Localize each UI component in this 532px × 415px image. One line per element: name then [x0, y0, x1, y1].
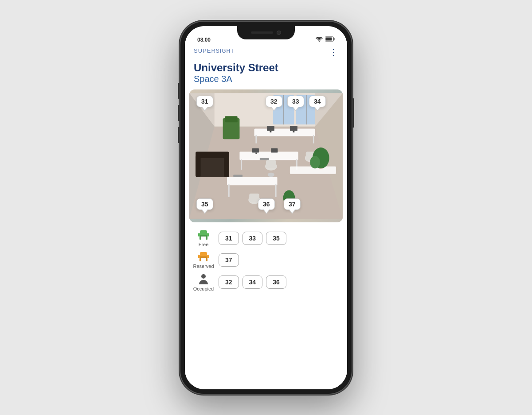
app-logo: SUPERSIGHT	[194, 47, 234, 54]
seats-row-free: 31 33 35	[219, 232, 286, 245]
svg-rect-26	[228, 184, 230, 197]
svg-rect-14	[225, 116, 237, 122]
legend-label-reserved: Reserved	[193, 264, 214, 269]
svg-rect-52	[200, 237, 201, 240]
svg-rect-54	[198, 233, 200, 237]
wifi-icon	[316, 36, 323, 43]
status-time: 08.00	[197, 37, 211, 43]
svg-rect-34	[255, 152, 257, 154]
svg-rect-59	[206, 258, 207, 261]
desk-label-34[interactable]: 34	[309, 96, 326, 107]
legend-icon-occupied: Occupied	[194, 273, 213, 292]
svg-rect-57	[199, 256, 208, 258]
seat-34-occupied[interactable]: 34	[243, 275, 263, 289]
seat-32-occupied[interactable]: 32	[219, 275, 239, 289]
svg-rect-36	[260, 158, 269, 160]
svg-rect-58	[200, 258, 201, 261]
svg-rect-18	[224, 156, 229, 177]
seat-37-reserved[interactable]: 37	[219, 253, 239, 267]
legend-seats: Free 31 33 35	[185, 222, 347, 389]
svg-rect-30	[270, 131, 272, 132]
chair-free-icon	[197, 229, 210, 241]
desk-label-32[interactable]: 32	[266, 96, 282, 107]
legend-label-free: Free	[199, 242, 209, 248]
svg-rect-2	[334, 38, 335, 40]
svg-rect-55	[207, 233, 209, 237]
svg-point-40	[268, 172, 274, 176]
battery-icon	[325, 36, 335, 43]
chair-reserved-icon	[197, 251, 210, 263]
notch	[237, 26, 295, 39]
seat-36-occupied[interactable]: 36	[266, 275, 286, 289]
svg-rect-29	[267, 125, 274, 130]
svg-rect-37	[233, 175, 243, 177]
svg-rect-15	[196, 156, 229, 177]
desk-label-33[interactable]: 33	[287, 96, 304, 107]
seat-33-free[interactable]: 33	[243, 232, 263, 245]
legend-row-free: Free 31 33 35	[194, 229, 338, 248]
svg-rect-16	[196, 151, 229, 158]
svg-rect-32	[293, 131, 295, 132]
desk-label-36[interactable]: 36	[258, 198, 275, 210]
svg-rect-33	[252, 148, 259, 152]
legend-label-occupied: Occupied	[193, 286, 214, 292]
more-menu-button[interactable]: ⋮	[329, 48, 338, 56]
svg-rect-60	[198, 255, 200, 258]
svg-rect-27	[275, 184, 277, 197]
legend-icon-reserved: Reserved	[194, 251, 213, 269]
title-section: University Street Space 3A	[185, 60, 347, 89]
svg-rect-39	[266, 160, 276, 168]
location-subtitle: Space 3A	[194, 74, 338, 84]
svg-rect-51	[199, 235, 208, 237]
svg-rect-17	[196, 156, 200, 177]
seat-31-free[interactable]: 31	[219, 232, 239, 245]
status-icons	[316, 36, 335, 43]
svg-rect-35	[271, 148, 278, 152]
app-header: SUPERSIGHT ⋮	[185, 46, 347, 60]
phone-wrapper: 08.00	[180, 21, 352, 395]
phone-screen: 08.00	[185, 26, 347, 389]
desk-label-31[interactable]: 31	[196, 96, 213, 107]
svg-rect-21	[313, 135, 314, 143]
seats-row-occupied: 32 34 36	[219, 275, 286, 289]
desk-label-35[interactable]: 35	[196, 198, 213, 210]
svg-point-62	[201, 274, 206, 279]
legend-row-reserved: Reserved 37	[194, 251, 338, 269]
notch-camera	[277, 31, 281, 35]
svg-rect-61	[207, 255, 209, 258]
person-occupied-icon	[197, 273, 210, 285]
svg-rect-23	[241, 159, 242, 170]
svg-point-47	[310, 156, 320, 168]
desk-label-37[interactable]: 37	[284, 198, 301, 210]
svg-rect-53	[206, 237, 207, 240]
seat-35-free[interactable]: 35	[266, 232, 286, 245]
legend-row-occupied: Occupied 32 34 36	[194, 273, 338, 292]
screen-content: 08.00	[185, 26, 347, 389]
svg-rect-3	[326, 37, 332, 40]
svg-rect-31	[290, 125, 297, 130]
legend-icon-free: Free	[194, 229, 213, 248]
seats-row-reserved: 37	[219, 253, 239, 267]
map-area: 31 32 33 34 35 36 37	[189, 89, 343, 222]
svg-point-0	[319, 40, 320, 41]
location-title: University Street	[194, 62, 338, 74]
notch-speaker	[251, 31, 273, 34]
svg-rect-19	[254, 128, 315, 136]
svg-rect-20	[255, 135, 257, 143]
svg-rect-25	[227, 177, 277, 185]
